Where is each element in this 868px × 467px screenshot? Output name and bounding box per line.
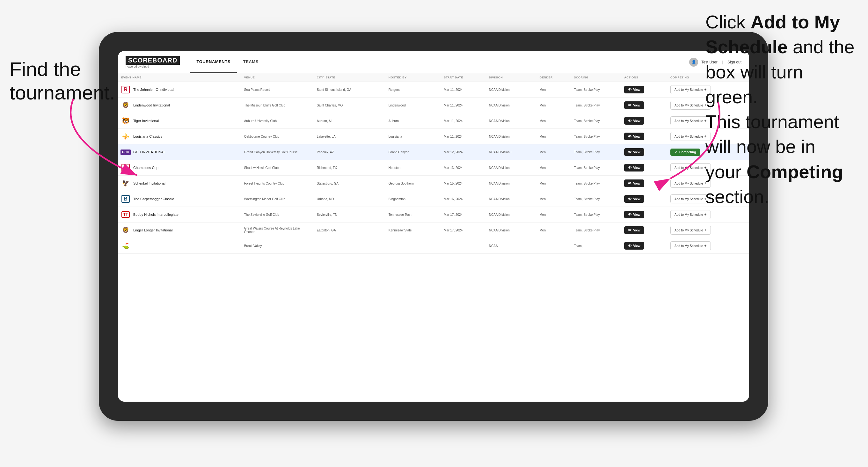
city-cell: Lafayette, LA (314, 129, 385, 145)
col-city-state: CITY, STATE (314, 73, 385, 82)
tab-tournaments[interactable]: TOURNAMENTS (190, 51, 237, 73)
hosted-cell: Binghamton (385, 191, 441, 207)
venue-cell: Worthington Manor Golf Club (241, 191, 314, 207)
col-hosted-by: HOSTED BY (385, 73, 441, 82)
actions-cell: 👁View (621, 222, 667, 238)
venue-cell: The Missouri Bluffs Golf Club (241, 97, 314, 113)
table-row: TT Bobby Nichols Intercollegiate The Sev… (118, 207, 749, 222)
date-cell: Mar 17, 2024 (440, 222, 486, 238)
event-name: Linger Longer Invitational (133, 228, 173, 232)
competing-cell: Add to My Schedule + (667, 238, 749, 254)
user-avatar: 👤 (689, 58, 698, 67)
eye-icon: 👁 (628, 244, 631, 248)
division-cell: NCAA Division I (486, 113, 536, 129)
gender-cell: Men (536, 97, 571, 113)
venue-cell: The Sevierville Golf Club (241, 207, 314, 222)
gender-cell: Men (536, 176, 571, 191)
venue-cell: Shadow Hawk Golf Club (241, 160, 314, 176)
date-cell: Mar 11, 2024 (440, 82, 486, 97)
logo-subtext: Powered by clippd (126, 65, 180, 68)
gender-cell: Men (536, 82, 571, 97)
add-schedule-button[interactable]: Add to My Schedule + (670, 194, 711, 204)
team-logo: TT (121, 210, 130, 219)
table-row: R The Johnnie - O Individual Sea Palms R… (118, 82, 749, 97)
add-schedule-button[interactable]: Add to My Schedule + (670, 210, 711, 219)
view-button[interactable]: 👁View (624, 226, 644, 234)
event-name: The Johnnie - O Individual (133, 88, 174, 92)
date-cell (440, 238, 486, 254)
gender-cell: Men (536, 207, 571, 222)
col-event-name: EVENT NAME (118, 73, 241, 82)
plus-icon: + (705, 212, 707, 217)
hosted-cell: Houston (385, 160, 441, 176)
gender-cell: Men (536, 129, 571, 145)
team-logo: B (121, 194, 130, 204)
hosted-cell: Georgia Southern (385, 176, 441, 191)
nav-tabs: TOURNAMENTS TEAMS (190, 51, 689, 73)
event-name-cell: ⛳ (118, 238, 241, 254)
city-cell: Auburn, AL (314, 113, 385, 129)
date-cell: Mar 11, 2024 (440, 113, 486, 129)
date-cell: Mar 13, 2024 (440, 160, 486, 176)
hosted-cell: Louisiana (385, 129, 441, 145)
table-row: 🦁 Linger Longer Invitational Great Water… (118, 222, 749, 238)
city-cell: Richmond, TX (314, 160, 385, 176)
view-button[interactable]: 👁View (624, 242, 644, 250)
scoring-cell: Team, Stroke Play (570, 207, 621, 222)
date-cell: Mar 16, 2024 (440, 191, 486, 207)
division-cell: NCAA Division I (486, 129, 536, 145)
city-cell: Saint Charles, MO (314, 97, 385, 113)
division-cell: NCAA Division I (486, 97, 536, 113)
eye-icon: 👁 (628, 228, 631, 232)
scoring-cell: Team, (570, 238, 621, 254)
view-button[interactable]: 👁View (624, 195, 644, 203)
gender-cell: Men (536, 145, 571, 160)
city-cell: Urbana, MD (314, 191, 385, 207)
eye-icon: 👁 (628, 213, 631, 216)
date-cell: Mar 12, 2024 (440, 145, 486, 160)
tab-teams[interactable]: TEAMS (237, 51, 265, 73)
venue-cell: Auburn University Club (241, 113, 314, 129)
hosted-cell: Lindenwood (385, 97, 441, 113)
eye-icon: 👁 (628, 88, 631, 92)
division-cell: NCAA Division I (486, 176, 536, 191)
actions-cell: 👁View (621, 207, 667, 222)
table-row: B The Carpetbagger Classic Worthington M… (118, 191, 749, 207)
division-cell: NCAA Division I (486, 191, 536, 207)
venue-cell: Sea Palms Resort (241, 82, 314, 97)
division-cell: NCAA Division I (486, 160, 536, 176)
app-header: SCOREBOARD Powered by clippd TOURNAMENTS… (118, 51, 749, 73)
scoring-cell: Team, Stroke Play (570, 82, 621, 97)
division-cell: NCAA Division I (486, 82, 536, 97)
add-schedule-button[interactable]: Add to My Schedule + (670, 85, 711, 94)
division-cell: NCAA Division I (486, 222, 536, 238)
arrow-left (26, 92, 185, 188)
add-schedule-button[interactable]: Add to My Schedule + (670, 241, 711, 250)
col-actions: ACTIONS (621, 73, 667, 82)
scoring-cell: Team, Stroke Play (570, 222, 621, 238)
venue-cell: Oakbourne Country Club (241, 129, 314, 145)
view-button[interactable]: 👁View (624, 211, 644, 218)
division-cell: NCAA Division I (486, 145, 536, 160)
app-logo: SCOREBOARD (126, 56, 180, 65)
hosted-cell: Kennesaw State (385, 222, 441, 238)
venue-cell: Forest Heights Country Club (241, 176, 314, 191)
actions-cell: 👁View (621, 82, 667, 97)
col-venue: VENUE (241, 73, 314, 82)
hosted-cell (385, 238, 441, 254)
eye-icon: 👁 (628, 197, 631, 201)
event-name-cell: B The Carpetbagger Classic (118, 191, 241, 207)
plus-icon: + (705, 244, 707, 248)
add-schedule-button[interactable]: Add to My Schedule + (670, 226, 711, 235)
team-logo: 🦁 (121, 226, 130, 235)
event-name: Bobby Nichols Intercollegiate (133, 213, 179, 216)
venue-cell: Great Waters Course At Reynolds Lake Oco… (241, 222, 314, 238)
event-name-cell: 🦁 Linger Longer Invitational (118, 222, 241, 238)
logo-area: SCOREBOARD Powered by clippd (126, 56, 180, 68)
actions-cell: 👁View (621, 191, 667, 207)
team-logo: ⛳ (121, 241, 130, 250)
view-button[interactable]: 👁View (624, 86, 644, 93)
date-cell: Mar 17, 2024 (440, 207, 486, 222)
gender-cell: Men (536, 113, 571, 129)
actions-cell: 👁View (621, 238, 667, 254)
